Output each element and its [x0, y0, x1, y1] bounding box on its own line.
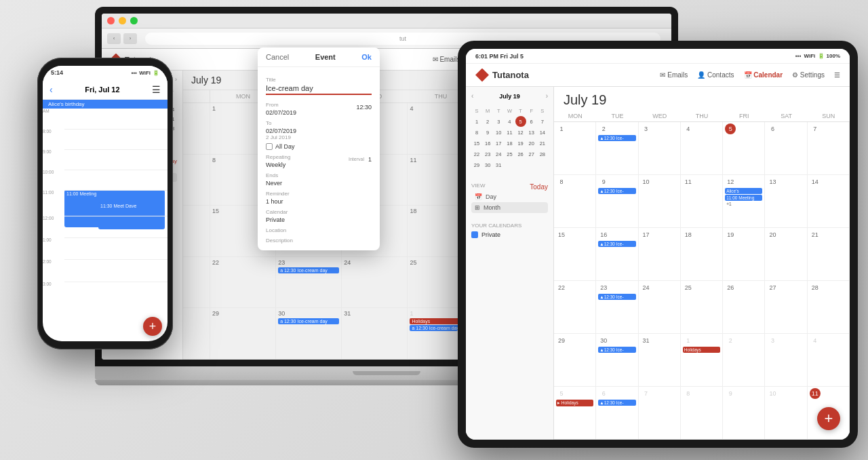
allday-checkbox[interactable]: [266, 143, 273, 150]
ipad-day-aug10[interactable]: 10: [765, 387, 807, 440]
ipad-add-button[interactable]: +: [817, 407, 840, 430]
ipad-day-24[interactable]: 24: [639, 281, 681, 334]
day-29[interactable]: 29: [210, 308, 276, 360]
ipad-mini-d3[interactable]: 3: [493, 116, 504, 127]
ipad-day-17[interactable]: 17: [639, 228, 681, 281]
ipad-day-aug5[interactable]: 5 ▸ Holidays: [554, 387, 596, 440]
ipad-view-month[interactable]: ⊞ Month: [471, 202, 548, 213]
ipad-mini-d12[interactable]: 12: [515, 127, 526, 138]
ipad-event-meeting[interactable]: 11:00 Meeting: [725, 195, 762, 201]
ipad-day-4[interactable]: 4: [681, 122, 723, 175]
ipad-day-aug8[interactable]: 8: [681, 387, 723, 440]
ipad-mini-d27[interactable]: 27: [526, 149, 537, 159]
ipad-mini-d22[interactable]: 22: [471, 149, 482, 159]
ipad-mini-d20[interactable]: 20: [526, 138, 537, 149]
ipad-day-16[interactable]: 16 ▲12:30 Ice-: [596, 228, 638, 281]
repeating-value[interactable]: Weekly: [266, 161, 290, 168]
ipad-mini-d7[interactable]: 7: [537, 116, 548, 127]
ipad-event-2-ice[interactable]: ▲12:30 Ice-: [598, 135, 635, 141]
ipad-mini-d11[interactable]: 11: [504, 127, 515, 138]
ipad-day-aug9[interactable]: 9: [723, 387, 765, 440]
ipad-mini-d10[interactable]: 10: [493, 127, 504, 138]
ipad-day-aug1[interactable]: 1 Holidays: [681, 334, 723, 387]
ipad-day-6[interactable]: 6: [765, 122, 807, 175]
ipad-view-day[interactable]: 📅 Day: [471, 191, 548, 202]
ipad-event-30-ice[interactable]: ▲12:30 Ice-: [598, 347, 635, 353]
interval-value[interactable]: 1: [368, 156, 372, 163]
ipad-day-22[interactable]: 22: [554, 281, 596, 334]
ipad-mini-d13[interactable]: 13: [526, 127, 537, 138]
ipad-day-28[interactable]: 28: [808, 281, 850, 334]
reminder-value[interactable]: 1 hour: [266, 198, 372, 205]
day-31[interactable]: 31: [342, 308, 408, 360]
ipad-nav-emails[interactable]: ✉ Emails: [660, 71, 688, 79]
ipad-day-5[interactable]: 5: [723, 122, 765, 175]
maximize-button[interactable]: [130, 17, 138, 24]
ipad-day-11[interactable]: 11: [681, 175, 723, 228]
ipad-mini-d29[interactable]: 29: [471, 159, 482, 170]
ipad-day-1[interactable]: 1: [554, 122, 596, 175]
ipad-mini-d6[interactable]: 6: [526, 116, 537, 127]
ipad-mini-d31[interactable]: 31: [493, 159, 504, 170]
ipad-event-16-ice[interactable]: ▲12:30 Ice-: [598, 241, 635, 247]
ipad-mini-d17[interactable]: 17: [493, 138, 504, 149]
iphone-menu-button[interactable]: ☰: [152, 84, 161, 95]
ipad-mini-d26[interactable]: 26: [515, 149, 526, 159]
ipad-mini-d28[interactable]: 28: [537, 149, 548, 159]
ipad-cal-private[interactable]: Private: [471, 231, 548, 238]
ipad-event-holidays[interactable]: Holidays: [683, 347, 720, 353]
ipad-more-events[interactable]: +1: [725, 202, 762, 206]
ipad-day-aug4[interactable]: 4: [808, 334, 850, 387]
nav-emails[interactable]: ✉ Emails: [433, 56, 460, 63]
ipad-day-10[interactable]: 10: [639, 175, 681, 228]
calendar-value[interactable]: Private: [266, 216, 372, 223]
ipad-nav-calendar[interactable]: 📅 Calendar: [744, 71, 783, 79]
event-30-icecream[interactable]: a 12:30 Ice-cream day: [278, 318, 339, 324]
ipad-mini-d9[interactable]: 9: [482, 127, 493, 138]
ipad-event-23-ice[interactable]: ▲12:30 Ice-: [598, 294, 635, 300]
iphone-alice-birthday-banner[interactable]: Alice's birthday: [43, 100, 167, 109]
ipad-day-3[interactable]: 3: [639, 122, 681, 175]
ipad-day-30[interactable]: 30 ▲12:30 Ice-: [596, 334, 638, 387]
ipad-day-31[interactable]: 31: [639, 334, 681, 387]
ipad-day-26[interactable]: 26: [723, 281, 765, 334]
ipad-mini-d4[interactable]: 4: [504, 116, 515, 127]
ipad-event-alice[interactable]: Alice's: [725, 188, 762, 194]
ipad-day-29[interactable]: 29: [554, 334, 596, 387]
ipad-mini-d15[interactable]: 15: [471, 138, 482, 149]
ipad-day-aug7[interactable]: 7: [639, 387, 681, 440]
ipad-mini-d25[interactable]: 25: [504, 149, 515, 159]
ipad-mini-d30[interactable]: 30: [482, 159, 493, 170]
ipad-day-14[interactable]: 14: [808, 175, 850, 228]
ipad-day-18[interactable]: 18: [681, 228, 723, 281]
ipad-day-19[interactable]: 19: [723, 228, 765, 281]
from-date[interactable]: 02/07/2019: [266, 109, 296, 116]
ipad-event-holidays2[interactable]: ▸ Holidays: [556, 400, 593, 406]
ipad-mini-d23[interactable]: 23: [482, 149, 493, 159]
title-input[interactable]: Ice-cream day: [266, 84, 372, 95]
ipad-mini-d14[interactable]: 14: [537, 127, 548, 138]
dialog-cancel-button[interactable]: Cancel: [266, 53, 289, 61]
ipad-today-button[interactable]: Today: [530, 183, 548, 191]
ipad-day-7[interactable]: 7: [808, 122, 850, 175]
ipad-mini-d21[interactable]: 21: [537, 138, 548, 149]
from-time[interactable]: 12:30: [356, 104, 372, 111]
ipad-mini-d24[interactable]: 24: [493, 149, 504, 159]
ipad-day-15[interactable]: 15: [554, 228, 596, 281]
mini-cal-next[interactable]: ›: [175, 76, 177, 83]
ipad-mini-d8[interactable]: 8: [471, 127, 482, 138]
ipad-hamburger[interactable]: ☰: [834, 71, 840, 79]
ipad-mini-d1[interactable]: 1: [471, 116, 482, 127]
ipad-day-23[interactable]: 23 ▲12:30 Ice-: [596, 281, 638, 334]
event-23-icecream[interactable]: a 12:30 Ice-cream day: [278, 267, 339, 273]
ipad-day-8[interactable]: 8: [554, 175, 596, 228]
ipad-day-aug3[interactable]: 3: [765, 334, 807, 387]
ipad-day-aug6[interactable]: 6 ▲12:30 Ice-: [596, 387, 638, 440]
day-24[interactable]: 24: [342, 257, 408, 309]
ipad-event-9-ice[interactable]: ▲12:30 Ice-: [598, 188, 635, 194]
day-30[interactable]: 30 a 12:30 Ice-cream day: [276, 308, 342, 360]
iphone-add-button[interactable]: +: [143, 317, 162, 336]
ipad-day-aug2[interactable]: 2: [723, 334, 765, 387]
to-date[interactable]: 02/07/2019: [266, 128, 296, 134]
ipad-day-13[interactable]: 13: [765, 175, 807, 228]
